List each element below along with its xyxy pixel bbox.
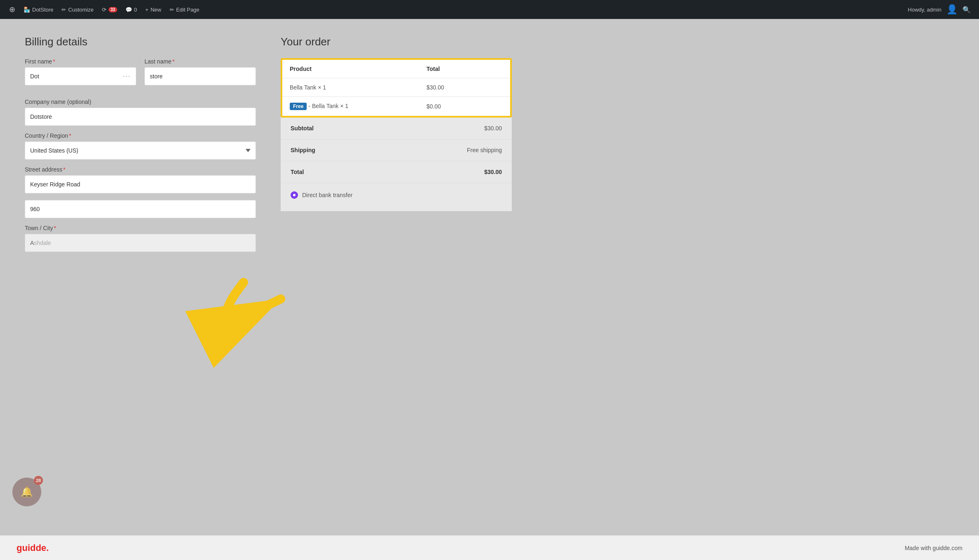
street-address-input[interactable]: Keyser Ridge Road	[25, 175, 256, 193]
total-header: Total	[419, 60, 510, 78]
comments-icon: 💬	[125, 7, 132, 13]
radio-inner	[293, 194, 296, 196]
user-avatar[interactable]: 👤	[946, 4, 958, 15]
subtotal-label: Subtotal	[291, 125, 314, 132]
street-address2-input[interactable]: 960	[25, 200, 256, 218]
order-item-2-product: Free- Bella Tank × 1	[282, 97, 419, 116]
street-address-label: Street address*	[25, 166, 256, 173]
notification-bubble[interactable]: 🔔 28	[12, 478, 41, 506]
last-name-group: Last name* store	[144, 58, 256, 85]
total-row: Total $30.00	[281, 161, 512, 183]
order-item-1-total: $30.00	[419, 78, 510, 97]
shipping-label: Shipping	[291, 147, 315, 153]
last-name-label: Last name*	[144, 58, 256, 65]
street-address-group: Street address* Keyser Ridge Road	[25, 166, 256, 193]
first-name-label: First name*	[25, 58, 136, 65]
country-region-group: Country / Region* United States (US)	[25, 132, 256, 160]
subtotal-row: Subtotal $30.00	[281, 118, 512, 139]
company-name-input[interactable]: Dotstore	[25, 108, 256, 126]
shipping-row: Shipping Free shipping	[281, 139, 512, 161]
billing-section: Billing details First name* Dot ··· Last…	[25, 35, 256, 259]
town-city-label: Town / City*	[25, 225, 256, 231]
customize-link[interactable]: ✏ Customize	[57, 0, 97, 19]
town-city-input[interactable]: Ashdale	[25, 234, 256, 252]
footer-tagline: Made with guidde.com	[905, 545, 962, 551]
first-name-group: First name* Dot ···	[25, 58, 136, 85]
main-content: Billing details First name* Dot ··· Last…	[0, 19, 979, 275]
new-menu[interactable]: + New	[141, 0, 166, 19]
free-badge: Free	[290, 103, 307, 110]
wp-logo-button[interactable]: ⊕	[5, 0, 19, 19]
updates-count: 33	[109, 7, 117, 12]
last-name-required: *	[172, 58, 174, 65]
last-name-value: store	[150, 73, 163, 80]
dotstore-link[interactable]: 🏪 DotStore	[19, 0, 57, 19]
payment-radio[interactable]	[291, 191, 298, 199]
payment-label: Direct bank transfer	[302, 192, 352, 198]
street-address2-value: 960	[30, 206, 40, 212]
order-item-1-product: Bella Tank × 1	[282, 78, 419, 97]
town-city-group: Town / City* Ashdale	[25, 225, 256, 252]
company-name-label: Company name (optional)	[25, 99, 256, 105]
street-required: *	[63, 166, 65, 173]
street-address2-group: 960	[25, 200, 256, 218]
company-name-group: Company name (optional) Dotstore	[25, 99, 256, 126]
search-icon[interactable]: 🔍	[959, 6, 974, 14]
notification-count: 28	[34, 476, 43, 485]
payment-row: Direct bank transfer	[281, 183, 512, 207]
order-table: Product Total Bella Tank × 1 $30.00 Free…	[282, 60, 510, 116]
town-required: *	[54, 225, 56, 231]
customize-icon: ✏	[61, 7, 66, 13]
edit-page-link[interactable]: ✏ Edit Page	[166, 0, 203, 19]
first-name-value: Dot	[30, 73, 39, 80]
order-item-2-total: $0.00	[419, 97, 510, 116]
name-row: First name* Dot ··· Last name* store	[25, 58, 256, 92]
first-name-required: *	[53, 58, 55, 65]
street-address-value: Keyser Ridge Road	[30, 181, 80, 188]
new-label: New	[151, 7, 161, 13]
dotstore-icon: 🏪	[24, 7, 30, 13]
order-item-2: Free- Bella Tank × 1 $0.00	[282, 97, 510, 116]
shipping-value: Free shipping	[467, 147, 502, 153]
order-section: Your order Product Total Bella Tank × 1 …	[281, 35, 512, 259]
edit-page-label: Edit Page	[176, 7, 199, 13]
order-summary: Subtotal $30.00 Shipping Free shipping T…	[281, 118, 512, 211]
edit-page-icon: ✏	[170, 7, 174, 13]
order-item-1: Bella Tank × 1 $30.00	[282, 78, 510, 97]
total-label: Total	[291, 169, 304, 175]
order-title: Your order	[281, 35, 512, 48]
last-name-input[interactable]: store	[144, 67, 256, 85]
country-required: *	[69, 132, 71, 139]
wp-logo-icon: ⊕	[9, 5, 15, 14]
dotstore-label: DotStore	[32, 7, 53, 13]
updates-icon: ⟳	[102, 7, 106, 13]
customize-label: Customize	[68, 7, 93, 13]
country-region-label: Country / Region*	[25, 132, 256, 139]
total-value: $30.00	[484, 169, 502, 175]
country-region-select[interactable]: United States (US)	[25, 141, 256, 160]
subtotal-value: $30.00	[484, 125, 502, 132]
order-item-2-product-text: - Bella Tank × 1	[308, 103, 348, 109]
content-wrapper: Billing details First name* Dot ··· Last…	[0, 19, 979, 535]
guidde-logo: guidde.	[17, 543, 49, 553]
first-name-input[interactable]: Dot ···	[25, 67, 136, 85]
billing-title: Billing details	[25, 35, 256, 48]
comments-link[interactable]: 💬 0	[121, 0, 141, 19]
admin-bar: ⊕ 🏪 DotStore ✏ Customize ⟳ 33 💬 0 + New …	[0, 0, 979, 19]
product-header: Product	[282, 60, 419, 78]
footer: guidde. Made with guidde.com	[0, 535, 979, 560]
autocomplete-icon: ···	[123, 73, 131, 80]
admin-bar-right: Howdy, admin 👤 🔍	[905, 4, 974, 15]
updates-link[interactable]: ⟳ 33	[98, 0, 121, 19]
order-highlight-box: Product Total Bella Tank × 1 $30.00 Free…	[281, 58, 512, 118]
comments-count: 0	[134, 7, 137, 13]
new-plus-icon: +	[145, 7, 149, 13]
howdy-text[interactable]: Howdy, admin	[905, 7, 945, 13]
company-name-value: Dotstore	[30, 113, 52, 120]
town-city-value: Ashdale	[30, 240, 51, 246]
